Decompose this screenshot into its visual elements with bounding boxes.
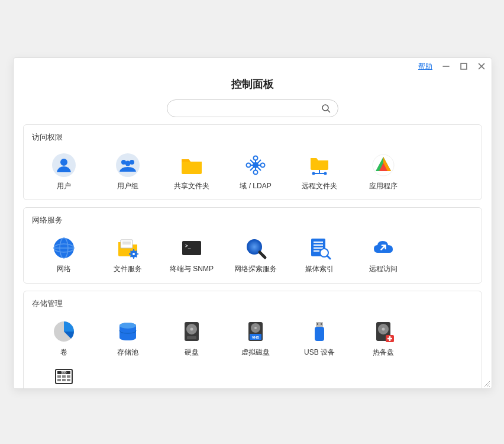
svg-point-24	[324, 172, 327, 175]
storage-pool-icon	[115, 318, 141, 345]
svg-rect-61	[321, 323, 322, 325]
titlebar: 帮助	[14, 58, 492, 75]
item-remote-access[interactable]: 远程访问	[351, 231, 415, 276]
help-link[interactable]: 帮助	[418, 62, 432, 72]
svg-text:VHD: VHD	[252, 335, 260, 339]
svg-point-17	[254, 170, 258, 175]
ssd-cache-icon: SSD	[51, 363, 77, 388]
network-icon	[51, 235, 77, 261]
resize-handle[interactable]	[483, 380, 490, 387]
header: 控制面板	[14, 75, 492, 124]
item-label: 域 / LDAP	[240, 182, 271, 190]
section-title: 网络服务	[32, 215, 473, 226]
item-user[interactable]: 用户	[32, 149, 96, 194]
section-title: 存储管理	[32, 298, 473, 309]
item-vhd[interactable]: VHD 虚拟磁盘	[224, 315, 287, 360]
item-user-group[interactable]: 用户组	[96, 149, 160, 194]
item-shared-folder[interactable]: 共享文件夹	[160, 149, 224, 194]
maximize-button[interactable]	[460, 62, 468, 70]
item-label: 虚拟磁盘	[241, 348, 270, 356]
user-icon	[51, 152, 77, 178]
item-label: 媒体索引	[305, 265, 334, 273]
item-label: 应用程序	[369, 182, 398, 190]
svg-point-55	[254, 327, 257, 329]
item-hot-spare[interactable]: 热备盘	[351, 315, 415, 360]
minimize-button[interactable]	[442, 62, 450, 70]
grid: 卷 存储池 硬盘 VHD	[32, 315, 473, 388]
search-icon	[321, 104, 331, 113]
svg-line-38	[260, 252, 265, 258]
apps-icon	[370, 152, 396, 178]
search-input[interactable]	[175, 104, 321, 113]
svg-rect-72	[57, 379, 61, 381]
svg-rect-73	[62, 375, 66, 378]
item-file-service[interactable]: 文件服务	[96, 231, 160, 276]
search-field[interactable]	[167, 99, 338, 117]
item-storage-pool[interactable]: 存储池	[96, 315, 160, 360]
svg-line-77	[484, 381, 490, 387]
svg-text:SSD: SSD	[61, 371, 67, 374]
item-network[interactable]: 网络	[32, 231, 96, 276]
svg-point-19	[261, 163, 265, 168]
item-media-index[interactable]: 媒体索引	[287, 231, 351, 276]
svg-rect-60	[317, 323, 318, 325]
vhd-icon: VHD	[243, 318, 269, 345]
folder-icon	[179, 152, 205, 178]
item-label: 远程文件夹	[302, 182, 337, 190]
grid: 用户 用户组 共享文件夹	[32, 149, 473, 194]
section-title: 访问权限	[32, 132, 473, 143]
item-hyper-cache[interactable]: SSD Hyper Cache	[32, 360, 96, 388]
item-volume[interactable]: 卷	[32, 315, 96, 360]
item-hdd[interactable]: 硬盘	[160, 315, 224, 360]
volume-icon	[51, 318, 77, 345]
svg-point-20	[253, 162, 259, 168]
item-usb[interactable]: USB 设备	[287, 315, 351, 360]
svg-point-16	[254, 156, 258, 160]
item-label: 远程访问	[369, 265, 398, 273]
svg-rect-75	[67, 375, 70, 378]
svg-rect-1	[461, 63, 467, 69]
svg-point-18	[247, 163, 251, 168]
section-storage: 存储管理 卷 存储池	[23, 291, 482, 388]
item-discovery[interactable]: 网络探索服务	[224, 231, 287, 276]
svg-line-5	[328, 110, 330, 112]
item-label: 热备盘	[373, 348, 394, 356]
item-label: 存储池	[117, 348, 138, 356]
svg-point-51	[190, 327, 193, 330]
terminal-icon: >_	[179, 235, 205, 261]
hdd-icon	[179, 318, 205, 345]
item-label: 共享文件夹	[174, 182, 209, 190]
user-group-icon	[115, 152, 141, 178]
svg-point-64	[382, 327, 385, 330]
control-panel-window: 帮助 控制面板 访问权限	[13, 57, 492, 389]
item-label: 卷	[60, 348, 67, 356]
usb-icon	[306, 318, 332, 345]
content-area: 访问权限 用户 用户组	[14, 124, 492, 388]
svg-line-45	[327, 256, 330, 259]
remote-folder-icon	[306, 152, 332, 178]
svg-point-48	[119, 323, 136, 329]
item-remote-folder[interactable]: 远程文件夹	[287, 149, 351, 194]
section-network: 网络服务 网络 文件服务 >_	[23, 207, 482, 283]
item-label: 网络	[57, 265, 71, 273]
remote-access-icon	[370, 235, 396, 261]
media-index-icon	[306, 235, 332, 261]
svg-point-11	[125, 161, 131, 166]
item-label: 网络探索服务	[234, 265, 277, 273]
svg-line-79	[489, 386, 490, 387]
svg-rect-74	[62, 379, 66, 381]
item-terminal[interactable]: >_ 终端与 SNMP	[160, 231, 224, 276]
item-ldap[interactable]: 域 / LDAP	[224, 149, 287, 194]
close-button[interactable]	[477, 62, 486, 70]
ldap-icon	[243, 152, 269, 178]
item-apps[interactable]: 应用程序	[351, 149, 415, 194]
item-label: 文件服务	[114, 265, 142, 273]
item-label: 硬盘	[185, 348, 199, 356]
svg-rect-52	[187, 336, 196, 339]
item-label: 用户	[57, 182, 71, 190]
discovery-icon	[243, 235, 269, 261]
page-title: 控制面板	[14, 77, 492, 91]
svg-point-23	[312, 172, 315, 175]
file-service-icon	[115, 235, 141, 261]
svg-point-7	[60, 159, 67, 166]
